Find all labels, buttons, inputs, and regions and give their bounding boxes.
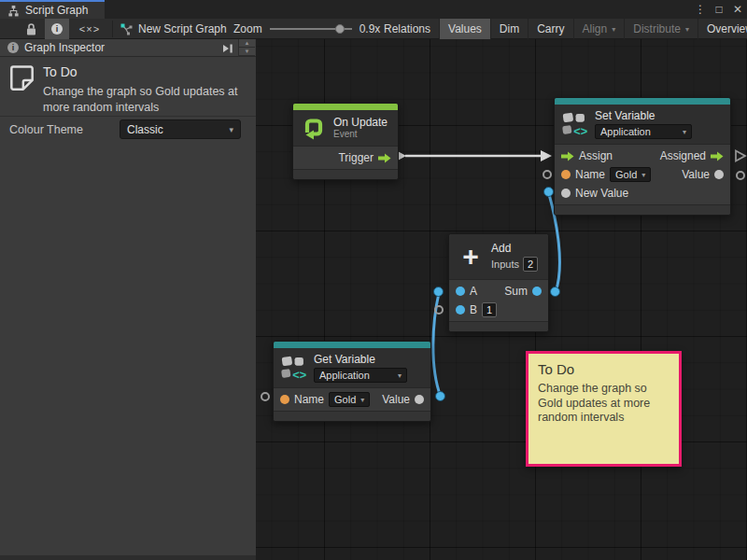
port-name-in[interactable]: Name Gold ▾ [561,167,651,182]
add-sum-port-connector[interactable] [550,287,560,297]
port-sum-out[interactable]: Sum [504,285,542,298]
zoom-slider[interactable] [270,19,352,39]
flow-arrow-icon [378,153,391,163]
variable-scope-dropdown[interactable]: Application ▾ [595,124,692,139]
dock-icon [222,44,233,53]
port-value-out[interactable]: Value [382,393,424,406]
zoom-label: Zoom [233,22,262,35]
node-on-update[interactable]: On Update Event Trigger [292,103,399,180]
object-port-icon[interactable] [714,170,724,179]
add-a-port-connector[interactable] [433,287,444,297]
window-close-icon[interactable]: ✕ [730,1,745,18]
setvar-name-port-connector[interactable] [543,170,552,179]
node-footer [274,411,430,421]
variable-colorbar [555,98,730,105]
number-port-icon[interactable] [456,305,465,315]
carry-button[interactable]: Carry [528,19,572,39]
tab-script-graph[interactable]: Script Graph [0,0,105,19]
chevron-down-icon: ▾ [683,128,686,136]
port-b-in[interactable]: B 1 [456,302,497,317]
distribute-dropdown-button[interactable]: Distribute ▾ [624,19,698,39]
align-dropdown-button[interactable]: Align ▾ [573,19,625,39]
setvar-value-port-connector[interactable] [736,171,745,180]
dim-button[interactable]: Dim [490,19,528,39]
node-title: Add [491,242,538,255]
port-trigger-out[interactable]: Trigger [338,151,391,164]
node-footer [555,204,730,215]
variable-name-dropdown[interactable]: Gold ▾ [329,392,370,407]
toolbar-separator [112,21,113,37]
number-port-icon[interactable] [532,287,542,296]
titlebar: Script Graph ⋮ □ ✕ [0,0,747,19]
chevron-down-icon: ▾ [685,25,689,34]
graph-inspector-title: Graph Inspector [24,41,105,54]
on-update-loop-icon [301,115,327,141]
sticky-note-text: Change the graph so [538,382,669,397]
variable-name-dropdown[interactable]: Gold ▾ [610,167,651,182]
getvar-name-port-connector[interactable] [261,392,270,401]
node-header: On Update Event [293,110,398,147]
toolbar: i <×> New Script Graph Zoom 0.9x R [0,19,747,39]
sticky-note-title: To Do [538,361,669,377]
scroll-up-button[interactable]: ▲ [239,39,255,48]
window-controls: ⋮ □ ✕ [693,0,745,19]
sticky-note[interactable]: To Do Change the graph so Gold updates a… [526,351,682,467]
tab-label: Script Graph [25,4,88,17]
todo-description: Change the graph so Gold updates at more… [43,84,243,116]
graph-canvas[interactable]: On Update Event Trigger [256,39,747,560]
lock-button[interactable] [19,19,43,39]
port-value-out[interactable]: Value [682,168,724,181]
variable-icon: <> [562,111,588,137]
relations-button[interactable]: Relations [375,19,439,39]
zoom-slider-handle[interactable] [335,24,345,34]
b-value-field[interactable]: 1 [482,302,497,317]
inputs-count-field[interactable]: 2 [523,257,538,272]
string-port-icon[interactable] [561,170,571,179]
code-preview-button[interactable]: <×> [73,19,106,39]
node-footer [449,321,548,331]
toolbar-toggle-buttons: Relations Values Dim Carry Align ▾ Distr… [375,19,747,39]
variable-icon: <> [281,355,307,381]
script-graph-window: Script Graph ⋮ □ ✕ i <×> [0,0,747,560]
chevron-down-icon: ▾ [641,171,645,179]
port-name-in[interactable]: Name Gold ▾ [280,392,370,407]
node-add[interactable]: + Add Inputs 2 A Sum [448,233,549,332]
assigned-port-connector[interactable] [736,151,745,161]
getvar-value-port-connector[interactable] [435,391,445,401]
overview-button[interactable]: Overview [698,19,747,39]
inputs-label: Inputs [491,259,519,270]
chevron-down-icon: ▾ [612,25,615,34]
variable-scope-dropdown[interactable]: Application ▾ [314,368,407,383]
lock-icon [26,23,36,35]
port-new-value-in[interactable]: New Value [561,187,628,200]
scroll-down-button[interactable]: ▼ [239,48,255,56]
port-assigned-out[interactable]: Assigned [660,149,724,162]
sticky-note-icon [8,64,35,95]
dock-panel-button[interactable] [220,41,235,55]
port-a-in[interactable]: A [456,285,477,298]
port-assign-in[interactable]: Assign [561,149,613,162]
event-colorbar [293,104,398,110]
setvar-newvalue-port-connector[interactable] [543,187,554,197]
colour-theme-label: Colour Theme [9,123,83,136]
info-toggle-button[interactable]: i [45,19,69,39]
number-port-icon[interactable] [456,287,465,296]
new-script-graph-label: New Script Graph [138,22,227,35]
new-script-graph-button[interactable]: New Script Graph [120,19,227,39]
window-menu-icon[interactable]: ⋮ [693,1,708,18]
node-get-variable[interactable]: <> Get Variable Application ▾ Name [273,341,431,422]
zoom-control: Zoom 0.9x [233,19,380,39]
script-graph-icon [120,22,133,35]
values-button[interactable]: Values [439,19,490,39]
node-title: Get Variable [314,353,407,366]
object-port-icon[interactable] [415,395,424,404]
code-icon: <×> [79,23,100,35]
node-subtitle: Event [333,129,388,140]
object-port-icon[interactable] [561,189,571,198]
svg-text:<>: <> [573,124,587,137]
colour-theme-select[interactable]: Classic ▾ [120,119,241,139]
node-set-variable[interactable]: <> Set Variable Application ▾ [554,97,731,216]
add-b-port-connector[interactable] [434,305,444,315]
string-port-icon[interactable] [280,395,289,404]
window-maximize-icon[interactable]: □ [712,1,726,18]
